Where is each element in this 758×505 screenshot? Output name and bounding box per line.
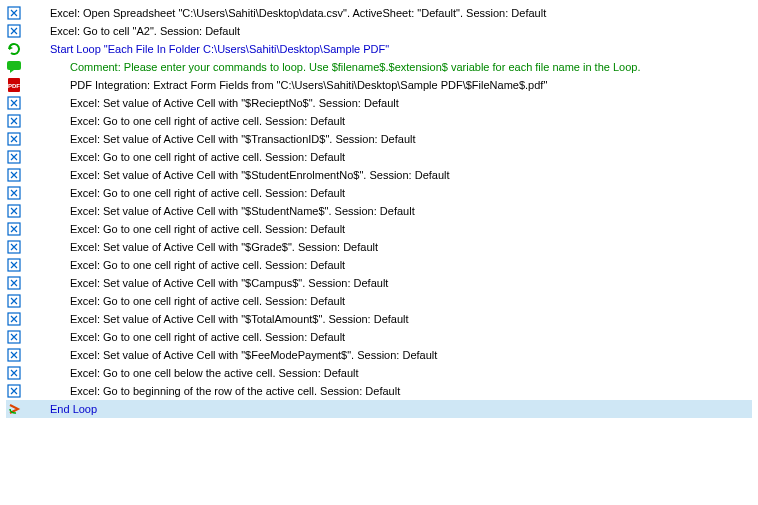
excel-icon [6, 149, 22, 165]
script-line-text: Excel: Go to beginning of the row of the… [70, 382, 400, 400]
script-line[interactable]: Excel: Open Spreadsheet "C:\Users\Sahiti… [6, 4, 752, 22]
script-line-text: Start Loop "Each File In Folder C:\Users… [50, 40, 389, 58]
excel-icon [6, 95, 22, 111]
script-line-text: Excel: Set value of Active Cell with "$R… [70, 94, 399, 112]
script-line[interactable]: Excel: Go to one cell right of active ce… [6, 328, 752, 346]
script-line-text: Excel: Set value of Active Cell with "$S… [70, 202, 415, 220]
script-line-text: Excel: Go to one cell right of active ce… [70, 220, 345, 238]
excel-icon [6, 113, 22, 129]
svg-rect-2 [7, 61, 21, 70]
svg-text:PDF: PDF [8, 83, 20, 89]
script-line-text: End Loop [50, 400, 97, 418]
excel-icon [6, 5, 22, 21]
excel-icon [6, 347, 22, 363]
script-line[interactable]: Excel: Set value of Active Cell with "$T… [6, 310, 752, 328]
script-line-text: PDF Integration: Extract Form Fields fro… [70, 76, 547, 94]
script-line-text: Excel: Go to one cell right of active ce… [70, 112, 345, 130]
script-line[interactable]: Start Loop "Each File In Folder C:\Users… [6, 40, 752, 58]
pdf-icon: PDF [6, 77, 22, 93]
excel-icon [6, 185, 22, 201]
loop-end-icon [6, 401, 22, 417]
script-line[interactable]: Excel: Set value of Active Cell with "$S… [6, 202, 752, 220]
script-lines-container: Excel: Open Spreadsheet "C:\Users\Sahiti… [6, 4, 752, 418]
excel-icon [6, 275, 22, 291]
script-line-text: Excel: Set value of Active Cell with "$G… [70, 238, 378, 256]
excel-icon [6, 131, 22, 147]
script-line-text: Excel: Set value of Active Cell with "$S… [70, 166, 450, 184]
excel-icon [6, 239, 22, 255]
script-line[interactable]: Excel: Go to one cell right of active ce… [6, 184, 752, 202]
script-line-text: Excel: Go to one cell right of active ce… [70, 328, 345, 346]
script-line-text: Excel: Set value of Active Cell with "$F… [70, 346, 437, 364]
script-line[interactable]: Excel: Go to one cell right of active ce… [6, 148, 752, 166]
script-line[interactable]: Excel: Go to cell "A2". Session: Default [6, 22, 752, 40]
comment-icon [6, 59, 22, 75]
script-line[interactable]: Excel: Set value of Active Cell with "$F… [6, 346, 752, 364]
script-line[interactable]: Excel: Go to one cell right of active ce… [6, 112, 752, 130]
script-line[interactable]: Excel: Set value of Active Cell with "$G… [6, 238, 752, 256]
script-line-text: Excel: Go to one cell right of active ce… [70, 148, 345, 166]
script-line-text: Excel: Go to one cell below the active c… [70, 364, 359, 382]
excel-icon [6, 203, 22, 219]
script-line-text: Excel: Go to one cell right of active ce… [70, 292, 345, 310]
excel-icon [6, 167, 22, 183]
script-line-text: Excel: Set value of Active Cell with "$T… [70, 130, 416, 148]
script-line-text: Excel: Go to cell "A2". Session: Default [50, 22, 240, 40]
script-line[interactable]: Excel: Go to one cell right of active ce… [6, 256, 752, 274]
script-line[interactable]: End Loop [6, 400, 752, 418]
script-line[interactable]: Excel: Go to beginning of the row of the… [6, 382, 752, 400]
script-line[interactable]: Excel: Go to one cell right of active ce… [6, 292, 752, 310]
excel-icon [6, 221, 22, 237]
script-line[interactable]: PDFPDF Integration: Extract Form Fields … [6, 76, 752, 94]
script-line[interactable]: Excel: Go to one cell right of active ce… [6, 220, 752, 238]
excel-icon [6, 23, 22, 39]
excel-icon [6, 383, 22, 399]
excel-icon [6, 311, 22, 327]
excel-icon [6, 293, 22, 309]
script-line[interactable]: Excel: Set value of Active Cell with "$C… [6, 274, 752, 292]
script-line[interactable]: Comment: Please enter your commands to l… [6, 58, 752, 76]
script-line[interactable]: Excel: Set value of Active Cell with "$T… [6, 130, 752, 148]
script-line-text: Excel: Set value of Active Cell with "$C… [70, 274, 388, 292]
script-line-text: Excel: Open Spreadsheet "C:\Users\Sahiti… [50, 4, 546, 22]
script-line-text: Comment: Please enter your commands to l… [70, 58, 641, 76]
script-line[interactable]: Excel: Set value of Active Cell with "$S… [6, 166, 752, 184]
script-line-text: Excel: Go to one cell right of active ce… [70, 256, 345, 274]
excel-icon [6, 329, 22, 345]
script-line-text: Excel: Go to one cell right of active ce… [70, 184, 345, 202]
script-line[interactable]: Excel: Set value of Active Cell with "$R… [6, 94, 752, 112]
excel-icon [6, 365, 22, 381]
excel-icon [6, 257, 22, 273]
script-line[interactable]: Excel: Go to one cell below the active c… [6, 364, 752, 382]
script-line-text: Excel: Set value of Active Cell with "$T… [70, 310, 409, 328]
loop-start-icon [6, 41, 22, 57]
